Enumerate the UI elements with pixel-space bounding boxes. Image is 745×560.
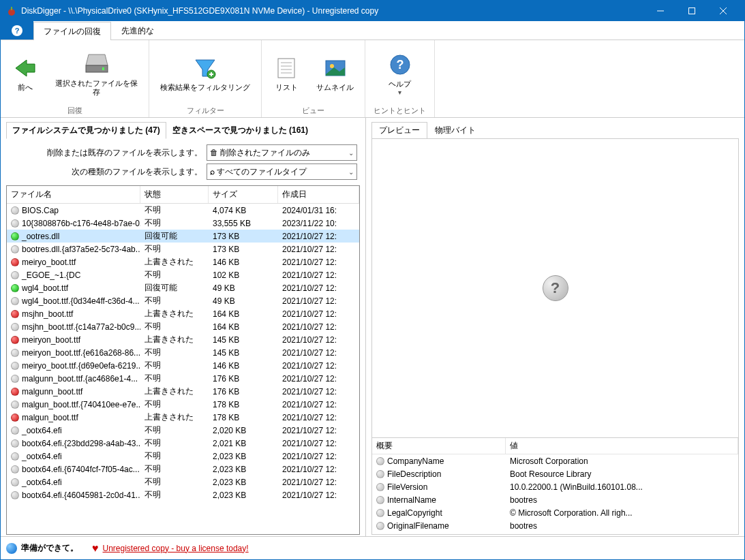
close-button[interactable] bbox=[708, 1, 739, 21]
table-row[interactable]: malgunn_boot.ttf 上書きされた 176 KB 2021/10/2… bbox=[7, 385, 359, 398]
license-link[interactable]: Unregistered copy - buy a license today! bbox=[103, 544, 249, 553]
tab-physical-bytes[interactable]: 物理バイト bbox=[427, 122, 483, 139]
meta-dot-icon bbox=[376, 496, 384, 504]
file-name: wgl4_boot.ttf bbox=[22, 283, 68, 293]
metadata-row[interactable]: CompanyName Microsoft Corporation bbox=[372, 454, 738, 467]
meta-key: CompanyName bbox=[387, 456, 444, 466]
metadata-row[interactable]: FileDescription Boot Resource Library bbox=[372, 467, 738, 480]
status-dot-icon bbox=[11, 452, 19, 461]
table-row[interactable]: msjhn_boot.ttf 上書きされた 164 KB 2021/10/27 … bbox=[7, 307, 359, 320]
table-row[interactable]: malgun_boot.ttf.{740410ee-e7e... 不明 178 … bbox=[7, 398, 359, 411]
save-selected-button[interactable]: 選択されたファイルを保 存 bbox=[52, 49, 140, 98]
file-name: bootx64.efi.{23bdd298-a4ab-43... bbox=[22, 439, 140, 448]
metadata-row[interactable]: FileVersion 10.0.22000.1 (WinBuild.16010… bbox=[372, 480, 738, 493]
tab-found-freespace[interactable]: 空きスペースで見つかりました (161) bbox=[166, 122, 314, 139]
file-name: _EGOE_~1.{DC bbox=[22, 270, 80, 280]
help-button[interactable]: ? ヘルプ ▾ bbox=[384, 50, 416, 97]
table-row[interactable]: wgl4_boot.ttf.{0d34e4ff-c36d-4... 不明 49 … bbox=[7, 294, 359, 307]
file-date: 2021/10/27 12: bbox=[278, 270, 359, 281]
svg-marker-9 bbox=[86, 55, 108, 65]
table-row[interactable]: malgunn_boot.ttf.{ac4686e1-4... 不明 176 K… bbox=[7, 372, 359, 385]
file-status: 不明 bbox=[140, 268, 209, 281]
back-button[interactable]: 前へ bbox=[9, 53, 42, 93]
tab-file-recovery[interactable]: ファイルの回復 bbox=[33, 22, 111, 40]
table-row[interactable]: _EGOE_~1.{DC 不明 102 KB 2021/10/27 12: bbox=[7, 268, 359, 281]
table-row[interactable]: _ootres.dll 回復可能 173 KB 2021/10/27 12: bbox=[7, 230, 359, 243]
meta-value: Microsoft Corporation bbox=[506, 456, 738, 467]
table-row[interactable]: meiryon_boot.ttf 上書きされた 145 KB 2021/10/2… bbox=[7, 333, 359, 346]
file-name: msjhn_boot.ttf bbox=[22, 309, 73, 319]
file-size: 145 KB bbox=[209, 335, 278, 345]
filter-select-types[interactable]: ⌕ すべてのファイルタイプ ⌄ bbox=[207, 164, 357, 180]
table-row[interactable]: _ootx64.efi 不明 2,023 KB 2021/10/27 12: bbox=[7, 450, 359, 463]
file-menu-icon[interactable]: ? bbox=[1, 21, 33, 40]
column-header-size[interactable]: サイズ bbox=[209, 186, 278, 203]
table-row[interactable]: bootres.dll.{af37a5e2-5c73-4ab... 不明 173… bbox=[7, 243, 359, 255]
tab-advanced[interactable]: 先進的な bbox=[111, 21, 164, 40]
file-status: 不明 bbox=[140, 476, 209, 488]
status-dot-icon bbox=[11, 232, 19, 240]
metadata-header: 概要 値 bbox=[372, 438, 738, 454]
file-size: 145 KB bbox=[209, 347, 278, 358]
column-header-name[interactable]: ファイル名 bbox=[7, 186, 140, 203]
table-row[interactable]: BIOS.Cap 不明 4,074 KB 2024/01/31 16: bbox=[7, 204, 359, 217]
meta-value: bootres bbox=[506, 520, 738, 531]
status-dot-icon bbox=[11, 219, 19, 228]
table-row[interactable]: wgl4_boot.ttf 回復可能 49 KB 2021/10/27 12: bbox=[7, 281, 359, 294]
file-size: 2,020 KB bbox=[209, 425, 278, 436]
file-date: 2021/10/27 12: bbox=[278, 322, 359, 332]
meta-column-value[interactable]: 値 bbox=[506, 438, 738, 454]
file-status: 不明 bbox=[140, 346, 209, 359]
table-row[interactable]: bootx64.efi.{46045981-2c0d-41... 不明 2,02… bbox=[7, 488, 359, 501]
table-row[interactable]: msjhn_boot.ttf.{c14a77a2-b0c9... 不明 164 … bbox=[7, 320, 359, 333]
filter-label-types: 次の種類のファイルを表示します。 bbox=[9, 166, 202, 178]
table-row[interactable]: meiryo_boot.ttf 上書きされた 146 KB 2021/10/27… bbox=[7, 255, 359, 268]
window-title: DiskDigger - \\.\PhysicalDrive0 (SKHynix… bbox=[21, 6, 645, 16]
file-size: 178 KB bbox=[209, 399, 278, 410]
file-name: _ootx64.efi bbox=[22, 426, 62, 435]
file-name: meiryo_boot.ttf bbox=[22, 258, 76, 267]
table-row[interactable]: bootx64.efi.{67404fcf-7f05-4ac... 不明 2,0… bbox=[7, 463, 359, 476]
file-status: 不明 bbox=[140, 294, 209, 307]
table-row[interactable]: meiryo_boot.ttf.{d69e0efa-6219... 不明 146… bbox=[7, 359, 359, 372]
filter-results-button[interactable]: 検索結果をフィルタリング bbox=[157, 53, 253, 93]
file-table[interactable]: ファイル名 状態 サイズ 作成日 BIOS.Cap 不明 4,074 KB 20… bbox=[6, 185, 360, 535]
file-name: meiryon_boot.ttf.{e616a268-86... bbox=[22, 348, 140, 358]
metadata-table[interactable]: 概要 値 CompanyName Microsoft Corporation F… bbox=[372, 437, 738, 534]
file-status: 不明 bbox=[140, 424, 209, 437]
preview-placeholder: ? bbox=[372, 139, 738, 437]
file-date: 2021/10/27 12: bbox=[278, 412, 359, 423]
metadata-row[interactable]: InternalName bootres bbox=[372, 493, 738, 506]
meta-column-key[interactable]: 概要 bbox=[372, 438, 506, 454]
file-size: 2,023 KB bbox=[209, 477, 278, 488]
tab-preview[interactable]: プレビュー bbox=[371, 122, 427, 139]
metadata-row[interactable]: OriginalFilename bootres bbox=[372, 519, 738, 532]
status-ready-icon bbox=[6, 543, 17, 554]
file-date: 2021/10/27 12: bbox=[278, 464, 359, 475]
file-size: 164 KB bbox=[209, 322, 278, 332]
table-row[interactable]: _ootx64.efi 不明 2,020 KB 2021/10/27 12: bbox=[7, 424, 359, 437]
table-row[interactable]: malgun_boot.ttf 上書きされた 178 KB 2021/10/27… bbox=[7, 411, 359, 424]
status-dot-icon bbox=[11, 310, 19, 318]
meta-key: FileVersion bbox=[387, 482, 427, 492]
table-row[interactable]: _ootx64.efi 不明 2,023 KB 2021/10/27 12: bbox=[7, 476, 359, 488]
table-row[interactable]: bootx64.efi.{23bdd298-a4ab-43... 不明 2,02… bbox=[7, 437, 359, 450]
filter-select-deleted[interactable]: 🗑 削除されたファイルのみ ⌄ bbox=[207, 144, 357, 161]
maximize-button[interactable] bbox=[676, 1, 708, 21]
table-row[interactable]: 10{3808876b-c176-4e48-b7ae-0... 不明 33,55… bbox=[7, 217, 359, 230]
meta-dot-icon bbox=[376, 483, 384, 491]
thumbnail-view-button[interactable]: サムネイル bbox=[314, 53, 356, 93]
table-row[interactable]: meiryon_boot.ttf.{e616a268-86... 不明 145 … bbox=[7, 346, 359, 359]
list-view-button[interactable]: リスト bbox=[270, 53, 303, 93]
column-header-status[interactable]: 状態 bbox=[140, 186, 209, 203]
file-status: 回復可能 bbox=[140, 281, 209, 294]
tab-found-filesystem[interactable]: ファイルシステムで見つかりました (47) bbox=[6, 122, 166, 139]
minimize-button[interactable] bbox=[645, 1, 676, 21]
column-header-date[interactable]: 作成日 bbox=[278, 186, 359, 203]
metadata-row[interactable]: LegalCopyright © Microsoft Corporation. … bbox=[372, 506, 738, 519]
svg-text:?: ? bbox=[396, 58, 404, 72]
back-arrow-icon bbox=[12, 55, 39, 82]
status-dot-icon bbox=[11, 206, 19, 215]
file-size: 176 KB bbox=[209, 373, 278, 384]
file-size: 102 KB bbox=[209, 270, 278, 281]
